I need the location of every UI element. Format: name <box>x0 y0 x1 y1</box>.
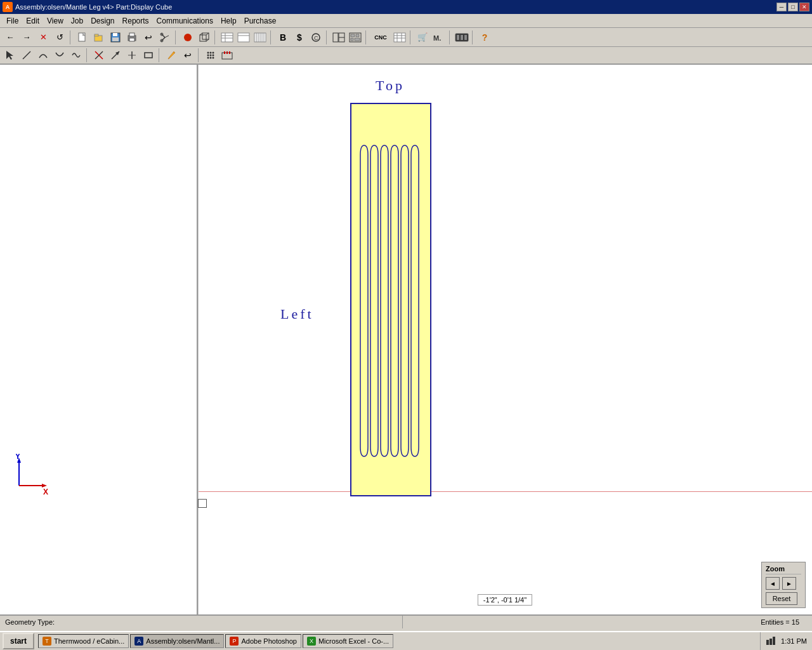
svg-rect-84 <box>773 637 775 645</box>
svg-rect-2 <box>95 34 98 36</box>
svg-point-63 <box>207 52 209 54</box>
cross-icon <box>94 50 104 60</box>
menu-file[interactable]: File <box>3 15 22 27</box>
hatch-button[interactable] <box>252 30 268 44</box>
toolbar-sep8 <box>449 30 452 44</box>
arc1-tool[interactable] <box>36 48 51 62</box>
cnc-button[interactable]: CNC <box>370 30 391 44</box>
menu-view[interactable]: View <box>43 15 67 27</box>
optimize-button[interactable] <box>392 30 407 44</box>
svg-point-70 <box>210 57 212 59</box>
axis-indicator: Y X <box>6 454 51 500</box>
arc3-tool[interactable] <box>69 48 84 62</box>
zoom-reset-button[interactable]: Reset <box>766 592 797 605</box>
menu-help[interactable]: Help <box>217 15 240 27</box>
pencil-tool[interactable] <box>164 48 179 62</box>
menu-edit[interactable]: Edit <box>22 15 43 27</box>
thermwood-label: Thermwood / eCabin... <box>54 637 124 645</box>
toolbar-sep7 <box>410 30 412 44</box>
new-button[interactable] <box>75 30 90 44</box>
svg-rect-60 <box>145 53 152 58</box>
drawing-area[interactable]: Top Left .flute { fill: none; stroke: #2… <box>198 65 812 614</box>
menu-design[interactable]: Design <box>87 15 118 27</box>
thermwood-icon: T <box>43 637 51 646</box>
menu-reports[interactable]: Reports <box>119 15 153 27</box>
coordinate-display: -1'2", -0'1 1/4" <box>478 594 532 606</box>
cross-tool[interactable] <box>91 48 107 62</box>
taskbar-item-photoshop[interactable]: P Adobe Photoshop <box>225 634 301 648</box>
material-button[interactable] <box>180 30 195 44</box>
back-button[interactable]: ← <box>3 30 18 44</box>
coordinate-value: -1'2", -0'1 1/4" <box>483 596 527 604</box>
svg-marker-52 <box>6 51 13 60</box>
layout-button[interactable] <box>331 30 346 44</box>
minimize-button[interactable]: ─ <box>776 3 787 11</box>
svg-text:C: C <box>314 35 318 41</box>
taskbar-item-assembly[interactable]: A Assembly:olsen/Mantl... <box>130 634 224 648</box>
perp-icon <box>127 50 137 60</box>
app-icon: A <box>3 2 13 12</box>
close-button[interactable]: ✕ <box>799 3 809 11</box>
refresh-button[interactable]: ↺ <box>52 30 67 44</box>
zoom-control: Zoom ◄ ► Reset <box>761 562 806 608</box>
main-area: Y X Top Left .flute { fill: none; s <box>0 65 812 614</box>
open-button[interactable] <box>91 30 107 44</box>
svg-marker-61 <box>168 51 175 59</box>
print-button[interactable] <box>124 30 140 44</box>
menu-purchase[interactable]: Purchase <box>240 15 280 27</box>
nesting-button[interactable] <box>348 30 363 44</box>
cart-button[interactable]: 🛒 <box>415 30 430 44</box>
taskbar: start T Thermwood / eCabin... A Assembly… <box>0 631 812 650</box>
undo-button[interactable]: ↩ <box>141 30 156 44</box>
start-button[interactable]: start <box>3 633 34 649</box>
entities-section: Entities = 15 <box>403 616 813 628</box>
svg-rect-34 <box>333 33 338 42</box>
label-left: Left <box>280 306 314 322</box>
c-button[interactable]: C <box>308 30 324 44</box>
svg-rect-83 <box>769 639 772 645</box>
parts-list-button[interactable] <box>219 30 235 44</box>
sheet-button[interactable] <box>236 30 251 44</box>
svg-rect-20 <box>221 33 233 42</box>
snap-tool[interactable] <box>219 48 235 62</box>
save-button[interactable] <box>108 30 123 44</box>
zoom-in-button[interactable]: ◄ <box>766 577 780 590</box>
svg-line-11 <box>165 36 169 37</box>
taskbar-item-excel[interactable]: X Microsoft Excel - Co-... <box>303 634 393 648</box>
horizontal-divider <box>198 491 812 492</box>
menu-communications[interactable]: Communications <box>153 15 217 27</box>
arc2-tool[interactable] <box>52 48 67 62</box>
select-tool[interactable] <box>3 48 18 62</box>
scissors-button[interactable] <box>157 30 173 44</box>
stop-button[interactable]: ✕ <box>36 30 51 44</box>
help-button[interactable]: ? <box>477 30 492 44</box>
dollar-button[interactable]: $ <box>292 30 307 44</box>
zoom-out-button[interactable]: ► <box>782 577 796 590</box>
arrow-tool[interactable] <box>108 48 123 62</box>
open-icon <box>94 32 104 43</box>
rect-tool[interactable] <box>141 48 156 62</box>
label-top: Top <box>376 77 405 94</box>
axis-svg: Y X <box>6 454 51 498</box>
maximize-button[interactable]: □ <box>788 3 798 11</box>
view3d-button[interactable] <box>197 30 212 44</box>
mo-button[interactable]: M. <box>431 30 447 44</box>
forward-button[interactable]: → <box>19 30 34 44</box>
vertical-divider <box>198 65 199 614</box>
perp-tool[interactable] <box>124 48 140 62</box>
film-button[interactable] <box>454 30 469 44</box>
photoshop-label: Adobe Photoshop <box>241 637 296 645</box>
line-icon <box>22 50 32 60</box>
taskbar-item-thermwood[interactable]: T Thermwood / eCabin... <box>38 634 129 648</box>
bold-button[interactable]: B <box>275 30 291 44</box>
excel-label: Microsoft Excel - Co-... <box>318 637 389 645</box>
svg-text:X: X <box>43 488 48 496</box>
toolbar-sep1 <box>70 30 72 44</box>
undo2-tool[interactable]: ↩ <box>180 48 195 62</box>
dots-tool[interactable] <box>203 48 218 62</box>
toolbar-sep4 <box>270 30 273 44</box>
svg-rect-8 <box>129 38 134 41</box>
menu-job[interactable]: Job <box>67 15 87 27</box>
line-tool[interactable] <box>19 48 34 62</box>
toolbar1: ← → ✕ ↺ ↩ B $ C <box>0 28 812 47</box>
